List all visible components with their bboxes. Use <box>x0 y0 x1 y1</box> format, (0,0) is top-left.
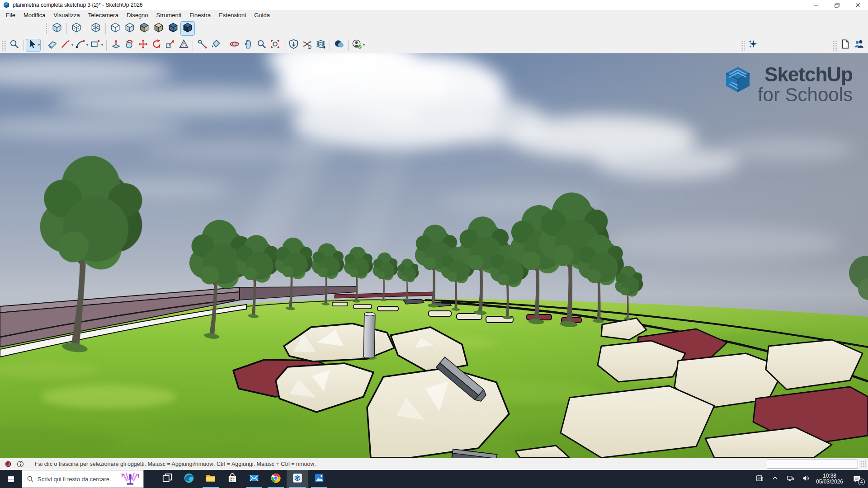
dropdown-arrow-icon[interactable]: ▾ <box>101 43 103 47</box>
zoom-icon <box>256 39 267 51</box>
restore-button[interactable] <box>826 0 847 10</box>
status-grip <box>861 460 866 468</box>
zoom-button[interactable] <box>255 39 268 52</box>
task-view-taskbar-button[interactable] <box>156 470 178 488</box>
measurements-input[interactable] <box>767 460 858 469</box>
news-widgets-button[interactable] <box>752 470 767 488</box>
current-style-icon <box>182 22 193 35</box>
arc-button[interactable]: ▾ <box>74 39 89 52</box>
tape-measure-button[interactable] <box>195 39 209 52</box>
search-sketchup-button[interactable] <box>7 39 21 52</box>
start-button[interactable] <box>0 470 22 488</box>
push-pull-button[interactable] <box>109 39 123 52</box>
back-edges-button[interactable] <box>69 21 84 36</box>
shaded-button[interactable] <box>123 21 137 36</box>
zoom-extents-button[interactable] <box>268 39 282 52</box>
wireframe-button[interactable] <box>89 21 103 36</box>
tags-button[interactable] <box>314 39 327 52</box>
account-button[interactable]: ▾ <box>351 39 366 52</box>
menu-modifica[interactable]: Modifica <box>19 11 49 19</box>
orbit-button[interactable] <box>227 39 241 52</box>
credits-info-button[interactable] <box>16 460 24 468</box>
volume-button[interactable] <box>798 470 813 488</box>
hidden-icons-chevron-button[interactable] <box>767 470 783 488</box>
monochrome-button[interactable] <box>151 21 166 36</box>
toolbar-grip[interactable] <box>45 23 48 34</box>
new-model-button[interactable] <box>838 39 852 52</box>
dropdown-arrow-icon[interactable]: ▾ <box>86 43 88 47</box>
monochrome-icon <box>153 22 165 35</box>
soften-edges-button[interactable] <box>332 39 346 52</box>
extension-warehouse-button[interactable] <box>300 39 314 52</box>
select-button[interactable]: ▾ <box>26 39 41 52</box>
sketchup-taskbar-button[interactable] <box>287 470 308 488</box>
current-style-button[interactable] <box>180 21 195 36</box>
edge-taskbar-button[interactable] <box>178 470 200 488</box>
rectangle-button[interactable]: ▾ <box>89 39 104 52</box>
menu-estensioni[interactable]: Estensioni <box>215 11 250 19</box>
move-button[interactable] <box>136 39 150 52</box>
toolbar-grip[interactable] <box>833 40 837 51</box>
notification-center-button[interactable]: 4 <box>846 470 868 488</box>
x-ray-button[interactable] <box>50 21 64 36</box>
ai-assistant-button[interactable] <box>746 39 760 52</box>
dropdown-arrow-icon[interactable]: ▾ <box>38 43 40 47</box>
viewport-scene[interactable] <box>0 53 868 458</box>
3d-warehouse-icon <box>288 39 299 51</box>
offset-button[interactable] <box>177 39 190 52</box>
scale-button[interactable] <box>163 39 177 52</box>
follow-me-button[interactable] <box>123 39 136 52</box>
dropdown-arrow-icon[interactable]: ▾ <box>363 43 365 47</box>
tray-date: 05/03/2026 <box>816 479 843 485</box>
menu-visualizza[interactable]: Visualizza <box>49 11 84 19</box>
sketchup-logo-icon <box>3 1 10 9</box>
rotate-button[interactable] <box>150 39 163 52</box>
toolbar-separator <box>193 40 193 51</box>
rectangle-icon <box>90 39 100 51</box>
watermark: SketchUp for Schools <box>723 64 853 105</box>
menu-telecamera[interactable]: Telecamera <box>84 11 123 19</box>
toolbar-separator <box>225 40 225 51</box>
menu-finestra[interactable]: Finestra <box>185 11 215 19</box>
geolocation-button[interactable] <box>4 460 12 468</box>
paint-bucket-button[interactable] <box>209 39 222 52</box>
pan-button[interactable] <box>241 39 255 52</box>
taskbar-search[interactable] <box>22 470 144 488</box>
menu-guida[interactable]: Guida <box>250 11 274 19</box>
photos-taskbar-button[interactable] <box>308 470 330 488</box>
task-view-icon <box>161 472 173 486</box>
3d-warehouse-button[interactable] <box>287 39 300 52</box>
account-icon <box>352 39 362 51</box>
collaborators-button[interactable] <box>852 39 865 52</box>
file-explorer-taskbar-button[interactable] <box>200 470 222 488</box>
close-button[interactable] <box>847 0 868 10</box>
menu-disegno[interactable]: Disegno <box>123 11 152 19</box>
line-button[interactable]: ▾ <box>59 39 74 52</box>
dropdown-arrow-icon[interactable]: ▾ <box>71 43 73 47</box>
minimize-button[interactable] <box>806 0 826 10</box>
eraser-button[interactable] <box>46 39 59 52</box>
ai-toolbar-group <box>740 39 760 52</box>
photos-icon <box>313 472 325 486</box>
search-highlight-icon[interactable] <box>120 471 141 487</box>
stylized-button[interactable] <box>166 21 180 36</box>
menu-strumenti[interactable]: Strumenti <box>152 11 186 19</box>
network-button[interactable] <box>783 470 798 488</box>
toolbar-grip[interactable] <box>741 40 745 51</box>
edge-icon <box>183 472 195 486</box>
hidden-line-button[interactable] <box>108 21 123 36</box>
back-edges-icon <box>71 22 82 35</box>
toolbar-grip[interactable] <box>2 40 6 51</box>
search-input[interactable] <box>38 476 120 483</box>
microsoft-store-taskbar-button[interactable] <box>222 470 243 488</box>
mail-taskbar-button[interactable] <box>243 470 265 488</box>
rotate-icon <box>151 39 162 51</box>
status-separator <box>30 460 30 469</box>
chrome-taskbar-button[interactable] <box>265 470 287 488</box>
taskbar-clock[interactable]: 10:38 05/03/2026 <box>813 470 846 488</box>
shaded-with-textures-button[interactable] <box>137 21 151 36</box>
menu-file[interactable]: File <box>2 11 19 19</box>
new-model-icon <box>840 39 850 51</box>
toolbar-separator <box>106 40 107 51</box>
model-viewport[interactable]: SketchUp for Schools <box>0 53 868 458</box>
